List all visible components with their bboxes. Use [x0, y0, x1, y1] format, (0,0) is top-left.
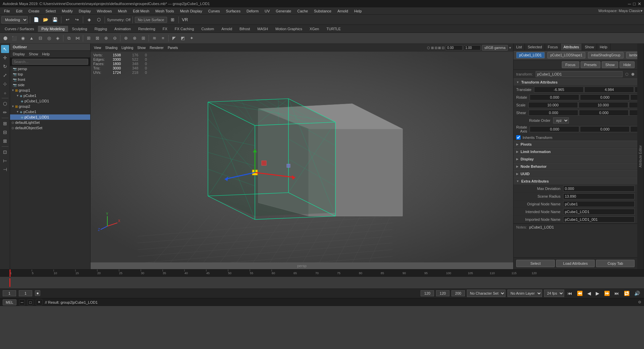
new-scene-icon[interactable]: 📄: [32, 16, 40, 24]
tb-prism[interactable]: ◈: [54, 34, 62, 42]
no-character-set-select[interactable]: No Character Set: [467, 290, 505, 297]
vp-menu-lighting[interactable]: Lighting: [120, 45, 135, 50]
vr-icon[interactable]: VR: [181, 16, 189, 24]
paint-select-tool[interactable]: ✏: [1, 108, 9, 116]
menu-edit[interactable]: Edit: [13, 8, 25, 14]
save-icon[interactable]: 💾: [51, 16, 59, 24]
tree-item-pcube1-g2[interactable]: ▼ ◈ pCube1: [10, 109, 90, 114]
step-back-btn[interactable]: ⏪: [576, 290, 584, 297]
translate-y[interactable]: [584, 87, 634, 93]
script-close-btn[interactable]: ✕: [36, 299, 42, 305]
snap2-tool[interactable]: ⊢: [1, 157, 9, 165]
tree-item-top[interactable]: 📷 top: [10, 71, 90, 77]
tree-item-persp[interactable]: 📷 persp: [10, 66, 90, 71]
focus-button[interactable]: Focus: [562, 61, 579, 68]
current-frame-input[interactable]: [19, 290, 32, 296]
translate-z[interactable]: [635, 87, 637, 93]
select-bottom-btn[interactable]: Select: [516, 260, 555, 267]
vp-menu-shading[interactable]: Shading: [104, 45, 119, 50]
script-clear-btn[interactable]: □: [28, 299, 33, 305]
outliner-show-menu[interactable]: Show: [28, 51, 40, 57]
playback-end2-input[interactable]: [436, 290, 449, 296]
scale-z[interactable]: [629, 102, 637, 108]
menu-generate[interactable]: Generate: [273, 8, 294, 14]
menu-modify[interactable]: Modify: [59, 8, 75, 14]
section-extra-attributes[interactable]: ▼ Extra Attributes: [514, 178, 637, 185]
live-surface-label[interactable]: No Live Surface: [135, 17, 167, 23]
rotate-z[interactable]: [630, 94, 637, 100]
scale-x[interactable]: [528, 102, 578, 108]
script-mode-label[interactable]: MEL: [3, 299, 16, 305]
transform-expand-icon[interactable]: ⬡: [625, 72, 629, 77]
minimize-btn[interactable]: ─: [628, 1, 631, 6]
node-tab-lambert[interactable]: lambert1: [626, 52, 637, 58]
viewport[interactable]: View Shading Lighting Show Renderer Pane…: [91, 44, 513, 269]
rotate-axis-z[interactable]: [630, 126, 637, 132]
translate-x[interactable]: [534, 87, 584, 93]
tb-smooth[interactable]: ≋: [150, 34, 158, 42]
tab-fx[interactable]: FX: [159, 26, 171, 32]
grid-tool[interactable]: ⊟: [1, 128, 9, 136]
menu-mesh-tools[interactable]: Mesh Tools: [153, 8, 176, 14]
snap-tool[interactable]: ⊡: [1, 148, 9, 156]
tb-cylinder[interactable]: ◉: [19, 34, 27, 42]
open-icon[interactable]: 📂: [42, 16, 50, 24]
tb-torus[interactable]: ◎: [45, 34, 53, 42]
menu-curves[interactable]: Curves: [206, 8, 223, 14]
rotate-axis-y[interactable]: [580, 126, 630, 132]
menu-help[interactable]: Help: [352, 8, 365, 14]
no-anim-layer-select[interactable]: No Anim Layer: [507, 290, 542, 297]
select-icon[interactable]: ◈: [85, 16, 93, 24]
vp-value-input2[interactable]: [464, 45, 481, 50]
node-tab-lod1[interactable]: pCube1_LOD1: [516, 52, 545, 58]
hide-button[interactable]: Hide: [620, 61, 635, 68]
tab-arnold[interactable]: Arnold: [218, 26, 235, 32]
menu-deform[interactable]: Deform: [244, 8, 261, 14]
section-uuid[interactable]: ▶ UUID: [514, 170, 637, 178]
rotate-x[interactable]: [530, 94, 579, 100]
tb-quad[interactable]: ◩: [179, 34, 187, 42]
tab-rendering[interactable]: Rendering: [135, 26, 159, 32]
menu-mesh-display[interactable]: Mesh Display: [177, 8, 205, 14]
extra-max-deviation-input[interactable]: [563, 186, 635, 192]
shear-x[interactable]: [529, 110, 578, 116]
tb-cube[interactable]: ⬛: [10, 34, 18, 42]
rotate-axis-x[interactable]: [530, 126, 579, 132]
tb-cleanup[interactable]: ✦: [187, 34, 196, 42]
universal-tool[interactable]: ⊹: [1, 80, 9, 88]
tab-mash[interactable]: MASH: [254, 26, 271, 32]
presets-button[interactable]: Presets: [581, 61, 600, 68]
tab-animation[interactable]: Animation: [111, 26, 134, 32]
node-tab-lodshape[interactable]: pCube1_LODShape1: [547, 52, 586, 58]
shear-y[interactable]: [579, 110, 629, 116]
vp-menu-show[interactable]: Show: [136, 45, 147, 50]
extra-original-node-input[interactable]: [563, 201, 635, 207]
tab-rigging[interactable]: Rigging: [91, 26, 110, 32]
section-transform-attributes[interactable]: ▼ Transform Attributes: [514, 79, 637, 86]
tab-motion-graphics[interactable]: Motion Graphics: [272, 26, 306, 32]
loop-btn[interactable]: 🔁: [623, 290, 631, 297]
fps-select[interactable]: 24 fps 30 fps 60 fps: [544, 290, 564, 297]
tb-average[interactable]: ≡: [159, 34, 167, 42]
tab-curves-surfaces[interactable]: Curves / Surfaces: [1, 26, 37, 32]
tb-cone[interactable]: ▲: [28, 34, 36, 42]
vp-menu-panels[interactable]: Panels: [166, 45, 179, 50]
play-btn[interactable]: ▶: [594, 290, 601, 297]
menu-create[interactable]: Create: [26, 8, 42, 14]
menu-windows[interactable]: Windows: [94, 8, 115, 14]
redo-icon[interactable]: ↪: [73, 16, 81, 24]
goto-end-btn[interactable]: ⏭: [613, 290, 621, 297]
scale-y[interactable]: [579, 102, 628, 108]
lasso-icon[interactable]: ⬡: [95, 16, 103, 24]
rotate-y[interactable]: [580, 94, 630, 100]
sound-btn[interactable]: 🔊: [633, 290, 641, 297]
node-tab-shading[interactable]: initialShadingGroup: [588, 52, 623, 58]
transform-value-input[interactable]: [536, 71, 623, 77]
copy-tab-btn[interactable]: Copy Tab: [596, 260, 635, 267]
menu-arnold[interactable]: Arnold: [335, 8, 351, 14]
extra-intended-node-input[interactable]: [563, 209, 635, 215]
minimize-btn-status[interactable]: ─: [19, 299, 25, 305]
tb-fill-hole[interactable]: ⊖: [111, 34, 119, 42]
menu-edit-mesh[interactable]: Edit Mesh: [130, 8, 152, 14]
tab-bifrost[interactable]: Bifrost: [236, 26, 253, 32]
